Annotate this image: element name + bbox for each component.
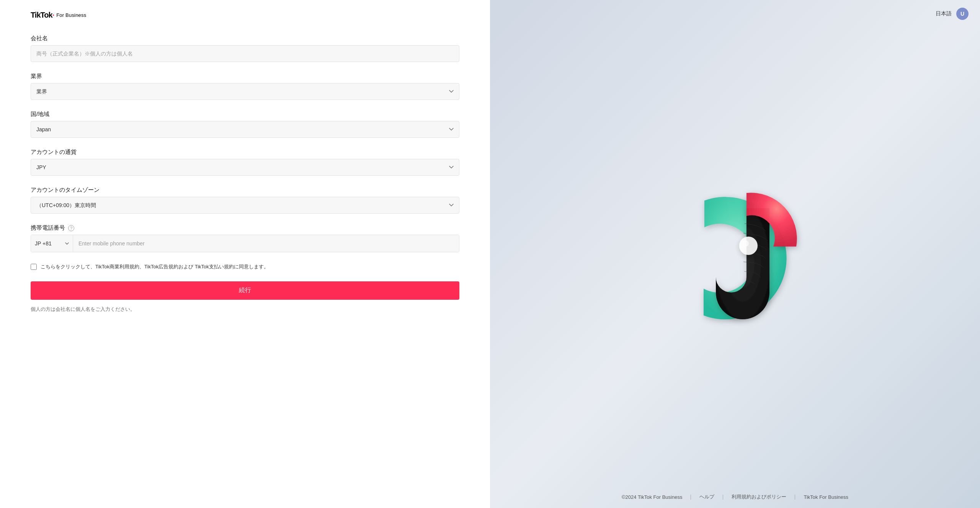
country-label: 国/地域: [31, 111, 459, 118]
left-panel: TikTok· For Business 会社名 業界 業界 国/地域 Japa…: [0, 0, 490, 508]
timezone-select[interactable]: （UTC+09:00）東京時間: [31, 197, 459, 214]
hero-logo-svg: [658, 170, 812, 338]
industry-label: 業界: [31, 73, 459, 80]
terms-checkbox[interactable]: [31, 264, 37, 270]
industry-select[interactable]: 業界: [31, 83, 459, 100]
footer-tiktok-link[interactable]: TikTok For Business: [804, 494, 848, 500]
company-name-input[interactable]: [31, 45, 459, 62]
footer-help-link[interactable]: ヘルプ: [699, 493, 714, 500]
company-name-label: 会社名: [31, 35, 459, 42]
form-note: 個人の方は会社名に個人名をご入力ください。: [31, 306, 459, 313]
header-right: 日本語 U: [936, 8, 969, 20]
footer-divider-3: ｜: [792, 493, 797, 500]
currency-group: アカウントの通貨 JPY: [31, 149, 459, 176]
footer-copyright: ©2024 TikTok For Business: [622, 494, 682, 500]
timezone-group: アカウントのタイムゾーン （UTC+09:00）東京時間: [31, 186, 459, 214]
phone-help-icon[interactable]: ?: [68, 225, 74, 231]
phone-country-select[interactable]: JP +81: [31, 235, 73, 252]
currency-label: アカウントの通貨: [31, 149, 459, 156]
terms-checkbox-row: こちらをクリックして、TikTok商業利用規約、TikTok広告規約および Ti…: [31, 263, 459, 271]
country-select[interactable]: Japan: [31, 121, 459, 138]
phone-label: 携帯電話番号 ?: [31, 224, 459, 232]
timezone-label: アカウントのタイムゾーン: [31, 186, 459, 194]
footer-divider-1: ｜: [688, 493, 693, 500]
phone-group: 携帯電話番号 ? JP +81: [31, 224, 459, 252]
language-selector[interactable]: 日本語: [936, 10, 952, 17]
footer-terms-link[interactable]: 利用規約およびポリシー: [732, 493, 786, 500]
user-avatar[interactable]: U: [956, 8, 969, 20]
phone-input[interactable]: [73, 235, 459, 252]
currency-select[interactable]: JPY: [31, 159, 459, 176]
submit-button[interactable]: 続行: [31, 281, 459, 300]
brand-logo: TikTok· For Business: [31, 11, 459, 20]
tiktok-wordmark: TikTok·: [31, 11, 54, 20]
footer: ©2024 TikTok For Business ｜ ヘルプ ｜ 利用規約およ…: [622, 493, 848, 500]
form-container: 会社名 業界 業界 国/地域 Japan アカウントの通貨 JPY アカウント: [31, 35, 459, 508]
logo: TikTok· For Business: [31, 0, 459, 20]
svg-point-0: [739, 237, 758, 255]
hero-logo: [658, 170, 812, 338]
svg-point-1: [743, 240, 749, 247]
country-group: 国/地域 Japan: [31, 111, 459, 138]
industry-group: 業界 業界: [31, 73, 459, 100]
phone-row: JP +81: [31, 235, 459, 252]
for-business-text: For Business: [56, 12, 86, 18]
footer-divider-2: ｜: [720, 493, 725, 500]
right-panel: ©2024 TikTok For Business ｜ ヘルプ ｜ 利用規約およ…: [490, 0, 980, 508]
company-name-group: 会社名: [31, 35, 459, 62]
terms-label[interactable]: こちらをクリックして、TikTok商業利用規約、TikTok広告規約および Ti…: [41, 263, 269, 271]
